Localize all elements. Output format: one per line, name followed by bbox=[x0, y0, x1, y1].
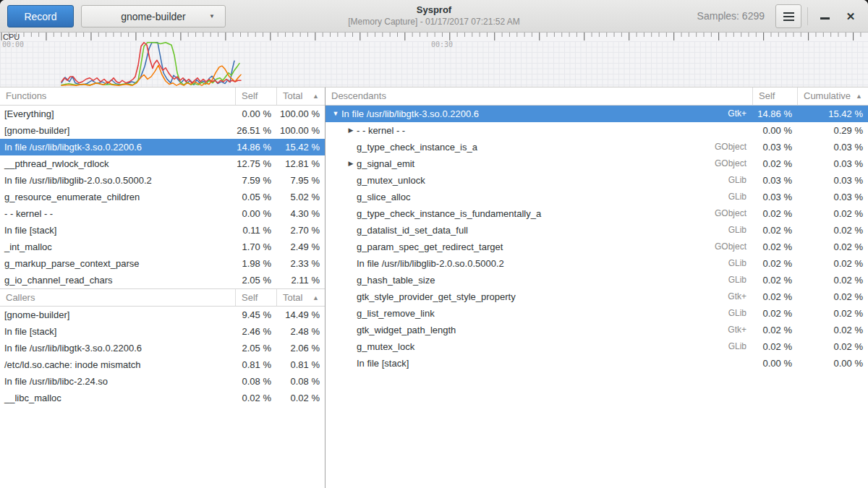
tree-row[interactable]: g_mutex_unlockGLib0.03 %0.03 % bbox=[326, 172, 868, 189]
row-total-value: 0.08 % bbox=[276, 373, 325, 390]
table-row[interactable]: g_markup_parse_context_parse1.98 %2.33 % bbox=[0, 255, 325, 272]
row-function-name: g_markup_parse_context_parse bbox=[0, 255, 235, 272]
row-function-name: /etc/ld.so.cache: inode mismatch bbox=[0, 356, 235, 373]
row-self-value: 26.51 % bbox=[235, 122, 276, 139]
row-self-value: 0.02 % bbox=[752, 205, 797, 222]
row-function-name: ▼In file /usr/lib/libgtk-3.so.0.2200.6Gt… bbox=[326, 106, 752, 122]
table-row[interactable]: [Everything]0.00 %100.00 % bbox=[0, 106, 325, 122]
table-row[interactable]: [gnome-builder]9.45 %14.49 % bbox=[0, 307, 325, 323]
process-selector-dropdown[interactable]: gnome-builder ▼ bbox=[81, 5, 226, 27]
self-column-header[interactable]: Self bbox=[235, 87, 276, 105]
tree-row[interactable]: ▼In file /usr/lib/libgtk-3.so.0.2200.6Gt… bbox=[326, 106, 868, 122]
table-row[interactable]: In file [stack]2.46 %2.48 % bbox=[0, 323, 325, 340]
row-total-value: 4.30 % bbox=[276, 205, 325, 222]
expander-spacer bbox=[345, 189, 357, 205]
row-function-label: g_slice_alloc bbox=[357, 189, 410, 205]
descendants-column-header[interactable]: Descendants bbox=[326, 87, 752, 105]
row-self-value: 0.02 % bbox=[752, 305, 797, 322]
row-cumulative-value: 15.42 % bbox=[797, 106, 868, 122]
menu-button[interactable] bbox=[775, 4, 801, 28]
cpu-graph[interactable]: CPU 00:00 00:30 bbox=[0, 33, 868, 87]
row-category-badge: GLib bbox=[728, 338, 752, 355]
table-row[interactable]: _int_malloc1.70 %2.49 % bbox=[0, 239, 325, 255]
sort-ascending-icon: ▲ bbox=[312, 289, 319, 307]
tree-row[interactable]: g_hash_table_sizeGLib0.02 %0.02 % bbox=[326, 272, 868, 288]
functions-column-header[interactable]: Functions bbox=[0, 87, 235, 105]
row-total-value: 2.33 % bbox=[276, 255, 325, 272]
row-self-value: 7.59 % bbox=[235, 172, 276, 189]
minimize-button[interactable] bbox=[813, 4, 836, 28]
tree-row[interactable]: g_type_check_instance_is_fundamentally_a… bbox=[326, 205, 868, 222]
row-function-label: g_mutex_unlock bbox=[357, 172, 425, 189]
row-function-name: [Everything] bbox=[0, 106, 235, 122]
self-column-header[interactable]: Self bbox=[235, 289, 276, 306]
total-column-header[interactable]: Total ▲ bbox=[276, 289, 325, 306]
row-function-name: In file [stack] bbox=[0, 222, 235, 239]
tree-row[interactable]: g_type_check_instance_is_aGObject0.03 %0… bbox=[326, 139, 868, 155]
row-function-label: - - kernel - - bbox=[357, 122, 405, 139]
row-function-name: In file /usr/lib/libglib-2.0.so.0.5000.2 bbox=[0, 172, 235, 189]
table-row[interactable]: g_io_channel_read_chars2.05 %2.11 % bbox=[0, 272, 325, 288]
row-category-badge: Gtk+ bbox=[728, 288, 752, 305]
table-row[interactable]: In file /usr/lib/libgtk-3.so.0.2200.614.… bbox=[0, 139, 325, 155]
expander-expanded-icon[interactable]: ▼ bbox=[330, 106, 341, 122]
row-function-name: [gnome-builder] bbox=[0, 307, 235, 323]
total-column-label: Total bbox=[283, 292, 302, 303]
tree-row[interactable]: g_slice_allocGLib0.03 %0.03 % bbox=[326, 189, 868, 205]
table-row[interactable]: g_resource_enumerate_children0.05 %5.02 … bbox=[0, 189, 325, 205]
row-total-value: 15.42 % bbox=[276, 139, 325, 155]
row-function-name: ▶- - kernel - - bbox=[326, 122, 752, 139]
sort-ascending-icon: ▲ bbox=[856, 87, 862, 105]
expander-spacer bbox=[345, 338, 357, 355]
expander-collapsed-icon[interactable]: ▶ bbox=[345, 155, 357, 172]
table-row[interactable]: - - kernel - -0.00 %4.30 % bbox=[0, 205, 325, 222]
tree-row[interactable]: In file /usr/lib/libglib-2.0.so.0.5000.2… bbox=[326, 255, 868, 272]
tree-row[interactable]: ▶g_signal_emitGObject0.02 %0.03 % bbox=[326, 155, 868, 172]
row-function-name: __libc_malloc bbox=[0, 390, 235, 406]
row-function-name: In file [stack] bbox=[0, 323, 235, 340]
functions-table-body: [Everything]0.00 %100.00 %[gnome-builder… bbox=[0, 106, 325, 288]
row-cumulative-value: 0.02 % bbox=[797, 255, 868, 272]
table-row[interactable]: __pthread_rwlock_rdlock12.75 %12.81 % bbox=[0, 155, 325, 172]
tree-row[interactable]: g_mutex_lockGLib0.02 %0.02 % bbox=[326, 338, 868, 355]
tree-row[interactable]: In file [stack]0.00 %0.00 % bbox=[326, 355, 868, 372]
table-row[interactable]: In file /usr/lib/libgtk-3.so.0.2200.62.0… bbox=[0, 340, 325, 356]
row-self-value: 2.05 % bbox=[235, 272, 276, 288]
tree-row[interactable]: g_param_spec_get_redirect_targetGObject0… bbox=[326, 239, 868, 255]
row-function-label: g_hash_table_size bbox=[357, 272, 435, 288]
table-row[interactable]: In file /usr/lib/libc-2.24.so0.08 %0.08 … bbox=[0, 373, 325, 390]
row-function-name: g_hash_table_sizeGLib bbox=[326, 272, 752, 288]
expander-collapsed-icon[interactable]: ▶ bbox=[345, 122, 357, 139]
tree-row[interactable]: ▶- - kernel - -0.00 %0.29 % bbox=[326, 122, 868, 139]
tree-row[interactable]: gtk_style_provider_get_style_propertyGtk… bbox=[326, 288, 868, 305]
self-column-header[interactable]: Self bbox=[752, 87, 797, 105]
row-function-name: g_datalist_id_set_data_fullGLib bbox=[326, 222, 752, 239]
row-cumulative-value: 0.02 % bbox=[797, 288, 868, 305]
table-row[interactable]: /etc/ld.so.cache: inode mismatch0.81 %0.… bbox=[0, 356, 325, 373]
header-bar: Record gnome-builder ▼ Sysprof [Memory C… bbox=[0, 0, 868, 33]
row-function-label: g_list_remove_link bbox=[357, 305, 435, 322]
row-function-label: g_type_check_instance_is_a bbox=[357, 139, 477, 155]
row-cumulative-value: 0.03 % bbox=[797, 189, 868, 205]
total-column-header[interactable]: Total ▲ bbox=[276, 87, 325, 105]
close-button[interactable]: ✕ bbox=[839, 4, 862, 28]
table-row[interactable]: __libc_malloc0.02 %0.02 % bbox=[0, 390, 325, 406]
row-function-label: g_mutex_lock bbox=[357, 338, 414, 355]
tree-row[interactable]: gtk_widget_path_lengthGtk+0.02 %0.02 % bbox=[326, 322, 868, 338]
row-function-name: In file [stack] bbox=[326, 355, 752, 372]
callers-column-header[interactable]: Callers bbox=[0, 289, 235, 306]
row-cumulative-value: 0.02 % bbox=[797, 338, 868, 355]
tree-row[interactable]: g_datalist_id_set_data_fullGLib0.02 %0.0… bbox=[326, 222, 868, 239]
table-row[interactable]: [gnome-builder]26.51 %100.00 % bbox=[0, 122, 325, 139]
row-self-value: 0.00 % bbox=[235, 106, 276, 122]
table-row[interactable]: In file /usr/lib/libglib-2.0.so.0.5000.2… bbox=[0, 172, 325, 189]
row-function-name: ▶g_signal_emitGObject bbox=[326, 155, 752, 172]
row-self-value: 0.02 % bbox=[752, 222, 797, 239]
table-row[interactable]: In file [stack]0.11 %2.70 % bbox=[0, 222, 325, 239]
record-button[interactable]: Record bbox=[7, 5, 74, 27]
row-self-value: 0.05 % bbox=[235, 189, 276, 205]
row-function-name: In file /usr/lib/libgtk-3.so.0.2200.6 bbox=[0, 340, 235, 356]
tree-row[interactable]: g_list_remove_linkGLib0.02 %0.02 % bbox=[326, 305, 868, 322]
cumulative-column-header[interactable]: Cumulative ▲ bbox=[797, 87, 868, 105]
row-self-value: 0.02 % bbox=[752, 255, 797, 272]
